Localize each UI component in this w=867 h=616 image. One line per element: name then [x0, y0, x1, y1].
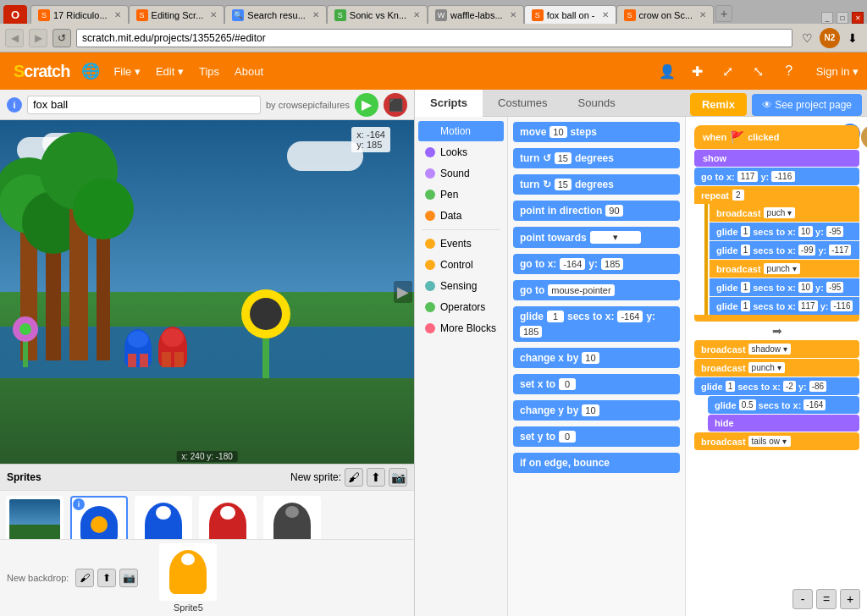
tab-3[interactable]: S Sonic vs Kn... ✕	[327, 5, 428, 24]
block-glide[interactable]: glide 1 secs to x: -164 y: 185	[513, 306, 680, 342]
block-change-x-input[interactable]: 10	[582, 352, 599, 364]
category-sensing[interactable]: Sensing	[418, 276, 504, 296]
category-pen[interactable]: Pen	[418, 184, 504, 205]
category-events[interactable]: Events	[418, 234, 504, 254]
block-hide[interactable]: hide	[708, 415, 859, 432]
category-control[interactable]: Control	[418, 255, 504, 275]
remix-button[interactable]: Remix	[690, 93, 747, 116]
menu-tips[interactable]: Tips	[192, 62, 226, 81]
block-glide-3a[interactable]: glide 1 secs to x: 10 y: -95	[710, 278, 859, 296]
block-turn-left[interactable]: turn ↺ 15 degrees	[513, 148, 680, 168]
block-change-x[interactable]: change x by 10	[513, 348, 680, 368]
block-broadcast-tails[interactable]: broadcast tails ow ▾	[694, 432, 859, 450]
camera-backdrop-button[interactable]: 📷	[119, 569, 138, 587]
block-glide-1a[interactable]: glide 1 secs to x: 10 y: -95	[710, 223, 859, 240]
download-icon[interactable]: ⬇	[843, 29, 862, 47]
block-glide-y[interactable]: 185	[520, 326, 542, 338]
tab-costumes[interactable]: Costumes	[483, 90, 563, 118]
block-set-y[interactable]: set y to 0	[513, 426, 680, 447]
globe-icon[interactable]: 🌐	[81, 62, 100, 80]
shrink-icon[interactable]: ⤡	[747, 59, 770, 83]
workspace[interactable]: ? when 🚩 clicked 🐻 show go to x: 117 y: …	[686, 117, 867, 616]
glide-neg2-secs[interactable]: 1	[726, 381, 736, 392]
tab-5[interactable]: S fox ball on - ✕	[524, 5, 616, 24]
menu-edit[interactable]: Edit ▾	[149, 62, 191, 81]
goto-y-val[interactable]: -116	[771, 171, 795, 182]
repeat-count[interactable]: 2	[732, 190, 744, 201]
block-goto-y-input[interactable]: 185	[601, 258, 623, 270]
category-operators[interactable]: Operators	[418, 297, 504, 317]
tab-6[interactable]: S crow on Sc... ✕	[616, 5, 715, 24]
tab-1[interactable]: S Editing Scr... ✕	[129, 5, 225, 24]
zoom-out-button[interactable]: -	[792, 589, 813, 609]
block-goto-x-input[interactable]: -164	[560, 258, 585, 270]
back-button[interactable]: ◀	[5, 29, 24, 47]
block-move[interactable]: move 10 steps	[513, 122, 680, 142]
tab-4[interactable]: W waffle-labs... ✕	[428, 5, 524, 24]
sprite2-item[interactable]: Sprite2	[134, 496, 193, 539]
minimize-button[interactable]: _	[821, 12, 833, 24]
glide3-secs[interactable]: 1	[741, 282, 751, 293]
sprite-info-icon[interactable]: i	[7, 97, 22, 113]
block-broadcast-punch-outer[interactable]: broadcast punch ▾	[694, 359, 859, 377]
forward-button[interactable]: ▶	[29, 29, 47, 47]
tab-close-6[interactable]: ✕	[699, 10, 706, 19]
tab-close-0[interactable]: ✕	[114, 10, 121, 19]
duplicate-icon[interactable]: 👤	[655, 59, 679, 83]
block-glide-secs[interactable]: 1	[547, 311, 564, 322]
camera-sprite-button[interactable]: 📷	[389, 468, 407, 487]
block-goto-117[interactable]: go to x: 117 y: -116	[694, 168, 859, 185]
stop-button[interactable]: ⬛	[384, 93, 407, 117]
stage-expand-arrow[interactable]: ▶	[394, 281, 412, 303]
category-looks[interactable]: Looks	[418, 142, 504, 162]
tab-scripts[interactable]: Scripts	[415, 90, 483, 118]
block-turn-right[interactable]: turn ↻ 15 degrees	[513, 174, 680, 195]
broadcast-puch-val[interactable]: puch ▾	[764, 207, 795, 218]
block-towards-input[interactable]: ▾	[590, 231, 641, 244]
stage-sprite-item[interactable]: Stage1 backdrop	[5, 496, 64, 539]
block-glide-x[interactable]: -164	[617, 311, 643, 322]
block-change-y-input[interactable]: 10	[582, 404, 599, 416]
block-move-input[interactable]: 10	[549, 126, 566, 138]
glide4-x[interactable]: 117	[798, 300, 818, 311]
glide05-x[interactable]: -164	[803, 399, 826, 410]
block-goto-mousepointer[interactable]: go to mouse-pointer	[513, 280, 680, 300]
opera-logo[interactable]: O	[3, 5, 27, 24]
refresh-button[interactable]: ↺	[52, 29, 71, 47]
glide2-secs[interactable]: 1	[741, 245, 751, 256]
block-turn-left-input[interactable]: 15	[555, 152, 572, 164]
glide-neg2-x[interactable]: -2	[783, 381, 796, 392]
block-set-x-input[interactable]: 0	[559, 378, 576, 390]
category-data[interactable]: Data	[418, 206, 504, 226]
broadcast-punch-inner-val[interactable]: punch ▾	[764, 263, 800, 274]
category-motion[interactable]: Motion	[418, 121, 504, 141]
block-glide-05[interactable]: glide 0.5 secs to x: -164	[708, 396, 859, 414]
block-if-on-edge[interactable]: if on edge, bounce	[513, 453, 680, 473]
block-change-y[interactable]: change y by 10	[513, 400, 680, 421]
green-flag-button[interactable]: ▶	[355, 93, 378, 117]
user-profile-icon[interactable]: N2	[820, 28, 840, 48]
block-broadcast-puch[interactable]: broadcast puch ▾	[710, 204, 859, 222]
block-glide-4a[interactable]: glide 1 secs to x: 117 y: -116	[710, 297, 859, 315]
block-glide-neg2[interactable]: glide 1 secs to x: -2 y: -86	[694, 377, 859, 395]
tab-close-1[interactable]: ✕	[210, 10, 217, 19]
menu-about[interactable]: About	[228, 62, 270, 81]
tab-close-3[interactable]: ✕	[413, 10, 420, 19]
sprite5-item[interactable]: Sprite5	[158, 543, 218, 613]
tab-close-4[interactable]: ✕	[510, 10, 516, 19]
bookmark-icon[interactable]: ♡	[798, 29, 816, 47]
glide3-x[interactable]: 10	[798, 282, 813, 293]
tab-sounds[interactable]: Sounds	[563, 90, 631, 118]
glide1-y[interactable]: -95	[826, 226, 843, 237]
help-icon[interactable]: ?	[777, 59, 801, 83]
signin-button[interactable]: Sign in ▾	[816, 65, 859, 78]
sprite-name-input[interactable]	[27, 96, 261, 114]
paint-sprite-button[interactable]: 🖌	[345, 468, 363, 487]
see-project-button[interactable]: 👁 See project page	[752, 94, 862, 116]
block-glide-2a[interactable]: glide 1 secs to x: -99 y: -117	[710, 241, 859, 259]
glide-neg2-y[interactable]: -86	[809, 381, 826, 392]
sprite4-item[interactable]: Sprite4	[262, 496, 322, 539]
paint-backdrop-button[interactable]: 🖌	[75, 569, 94, 587]
block-point-direction[interactable]: point in direction 90	[513, 201, 680, 221]
glide2-y[interactable]: -117	[829, 245, 851, 256]
